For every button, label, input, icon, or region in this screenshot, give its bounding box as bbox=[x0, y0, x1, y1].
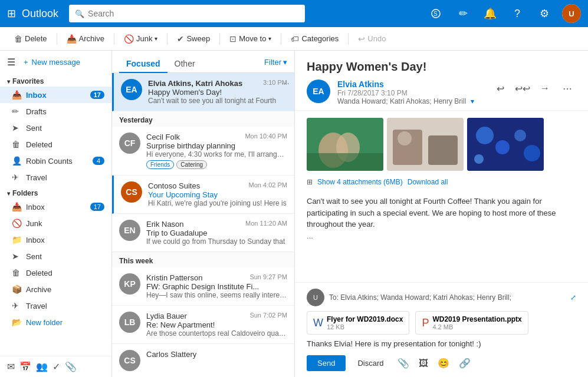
attach-icon-btn[interactable]: 📎 bbox=[395, 355, 412, 371]
junk-button[interactable]: 🚫 Junk ▾ bbox=[119, 32, 162, 46]
delete-button[interactable]: 🗑 Delete bbox=[9, 32, 52, 46]
settings-icon[interactable]: ⚙ bbox=[535, 4, 554, 23]
email-item-selected[interactable]: EA Elvia Atkins, Katri Ahokas 3:10 PM Ha… bbox=[112, 73, 294, 111]
filter-button[interactable]: Filter ▾ bbox=[264, 58, 287, 70]
carlos-sender: Carlos Slattery bbox=[146, 350, 196, 359]
download-all-button[interactable]: Download all bbox=[408, 178, 448, 186]
folder-icon: 📁 bbox=[12, 235, 21, 244]
other-tab[interactable]: Other bbox=[167, 55, 202, 73]
ppt-icon: P bbox=[422, 317, 429, 329]
new-message-button[interactable]: + New message bbox=[20, 55, 84, 69]
kristin-subject: FW: Graphic Design Institute Fi... bbox=[146, 282, 287, 291]
selected-email-subject: Happy Women's Day! bbox=[148, 88, 287, 97]
reply-expand-icon[interactable]: ⤢ bbox=[570, 293, 576, 302]
detail-sender-avatar: EA bbox=[307, 80, 330, 103]
erik-preview: If we could go from Thursday to Sunday t… bbox=[146, 237, 287, 246]
email-item-cecilfolk[interactable]: CF Cecil Folk Mon 10:40 PM Surprise birt… bbox=[112, 127, 294, 176]
sidebar-folder-inbox2[interactable]: 📁 Inbox bbox=[0, 232, 111, 248]
sidebar-folder-sent[interactable]: ➤ Sent bbox=[0, 248, 111, 264]
sidebar-item-deleted[interactable]: 🗑 Deleted bbox=[0, 136, 111, 153]
apps-icon[interactable]: ⊞ bbox=[7, 7, 16, 20]
contoso-subject: Your Upcoming Stay bbox=[148, 190, 287, 199]
email-list-tabs: Focused Other Filter ▾ bbox=[112, 51, 294, 73]
hamburger-icon[interactable]: ☰ bbox=[7, 57, 15, 68]
drafts-icon: ✏ bbox=[12, 107, 21, 116]
sidebar-item-inbox[interactable]: 📥 Inbox 17 bbox=[0, 87, 111, 103]
sweep-icon: ✔ bbox=[177, 34, 184, 44]
file-1[interactable]: W Flyer for WD2019.docx 12 KB bbox=[307, 311, 409, 335]
help-icon[interactable]: ? bbox=[508, 4, 527, 23]
svg-point-13 bbox=[514, 130, 526, 141]
detail-image-3 bbox=[467, 118, 544, 171]
sidebar-calendar-icon[interactable]: 📅 bbox=[19, 361, 31, 372]
folders-section-header[interactable]: ▾ Folders bbox=[0, 186, 111, 199]
cecilfolk-time: Mon 10:40 PM bbox=[245, 133, 287, 140]
svg-point-11 bbox=[476, 127, 494, 144]
search-bar[interactable]: 🔍 bbox=[69, 5, 305, 22]
detail-info: Elvia Atkins Fri 7/28/2017 3:10 PM Wanda… bbox=[337, 80, 484, 105]
more-actions-button[interactable]: ⋯ bbox=[559, 80, 576, 97]
user-avatar[interactable]: U bbox=[562, 4, 581, 23]
email-item-contoso[interactable]: CS Contoso Suites Mon 4:02 PM Your Upcom… bbox=[112, 176, 294, 214]
file-2[interactable]: P WD2019 Presentation.pptx 4.2 MB bbox=[415, 311, 528, 335]
bell-icon[interactable]: 🔔 bbox=[481, 4, 500, 23]
sidebar-folder-junk[interactable]: 🚫 Junk bbox=[0, 215, 111, 232]
sidebar-tasks-icon[interactable]: ✓ bbox=[52, 361, 60, 372]
reply-files: W Flyer for WD2019.docx 12 KB P WD2019 P… bbox=[307, 311, 576, 335]
detail-title: Happy Women's Day! bbox=[307, 60, 576, 74]
favorites-section-header[interactable]: ▾ Favorites bbox=[0, 74, 111, 87]
new-folder-icon: 📂 bbox=[12, 318, 21, 327]
skype-icon[interactable]: S bbox=[426, 4, 445, 23]
sidebar-folder-archive[interactable]: 📦 Archive bbox=[0, 281, 111, 297]
contoso-preview: Hi Katri, we're glad you're joining us! … bbox=[148, 199, 287, 207]
sidebar-folder-inbox[interactable]: 📥 Inbox 17 bbox=[0, 199, 111, 215]
expand-icon: ⊞ bbox=[307, 178, 313, 186]
file-1-size: 12 KB bbox=[327, 323, 403, 330]
emoji-icon-btn[interactable]: 😊 bbox=[435, 355, 452, 371]
plus-icon: + bbox=[24, 58, 28, 67]
reply-button[interactable]: ↩ bbox=[491, 80, 509, 97]
lydia-avatar: LB bbox=[119, 312, 140, 333]
reply-all-button[interactable]: ↩↩ bbox=[514, 80, 531, 97]
divider-4 bbox=[219, 33, 220, 45]
sidebar-item-travel[interactable]: ✈ Travel bbox=[0, 169, 111, 186]
sidebar-folder-deleted[interactable]: 🗑 Deleted bbox=[0, 264, 111, 281]
sweep-button[interactable]: ✔ Sweep bbox=[172, 32, 215, 46]
email-item-carlos[interactable]: CS Carlos Slattery bbox=[112, 344, 294, 377]
sidebar-mail-icon[interactable]: ✉ bbox=[7, 361, 15, 372]
pen-icon[interactable]: ✏ bbox=[454, 4, 472, 23]
focused-tab[interactable]: Focused bbox=[119, 55, 167, 73]
file-1-info: Flyer for WD2019.docx 12 KB bbox=[327, 315, 403, 330]
email-item-lydia[interactable]: LB Lydia Bauer Sun 7:02 PM Re: New Apart… bbox=[112, 306, 294, 344]
main-layout: ☰ + New message ▾ Favorites 📥 Inbox 17 ✏… bbox=[0, 51, 588, 377]
sidebar-attach-icon[interactable]: 📎 bbox=[65, 361, 77, 372]
sidebar-folder-travel[interactable]: ✈ Travel bbox=[0, 297, 111, 314]
move-to-button[interactable]: ⊡ Move to ▾ bbox=[225, 32, 276, 46]
show-attachments-button[interactable]: Show 4 attachments (6MB) bbox=[317, 178, 403, 186]
sidebar-item-robin[interactable]: 👤 Robin Counts 4 bbox=[0, 153, 111, 169]
email-more-icon[interactable]: ⋯ bbox=[281, 79, 290, 88]
archive-button[interactable]: 📥 Archive bbox=[62, 32, 109, 46]
search-input[interactable] bbox=[88, 9, 299, 18]
sidebar-people-icon[interactable]: 👥 bbox=[36, 361, 48, 372]
forward-button[interactable]: → bbox=[536, 80, 554, 97]
detail-actions: ↩ ↩↩ → ⋯ bbox=[491, 80, 576, 97]
insert-image-icon-btn[interactable]: 🖼 bbox=[416, 356, 431, 371]
this-week-header: This week bbox=[112, 252, 294, 267]
undo-button[interactable]: ↩ Undo bbox=[353, 32, 390, 46]
sidebar-item-drafts[interactable]: ✏ Drafts bbox=[0, 103, 111, 120]
discard-button[interactable]: Discard bbox=[350, 355, 390, 371]
sidebar-new-folder[interactable]: 📂 New folder bbox=[0, 314, 111, 330]
reply-avatar: U bbox=[307, 289, 324, 306]
sidebar-item-sent[interactable]: ➤ Sent bbox=[0, 120, 111, 136]
email-item-kristin[interactable]: KP Kristin Patterson Sun 9:27 PM FW: Gra… bbox=[112, 267, 294, 306]
categories-button[interactable]: 🏷 Categories bbox=[286, 32, 343, 46]
send-button[interactable]: Send bbox=[307, 355, 346, 371]
expand-to-icon[interactable]: ▾ bbox=[471, 97, 474, 105]
email-item-erik[interactable]: EN Erik Nason Mon 11:20 AM Trip to Guada… bbox=[112, 214, 294, 252]
link-icon-btn[interactable]: 🔗 bbox=[456, 355, 473, 371]
lydia-subject: Re: New Apartment! bbox=[146, 320, 287, 329]
svg-point-14 bbox=[524, 145, 540, 161]
body-line-2: participating in such a special event. W… bbox=[307, 207, 576, 219]
divider-2 bbox=[114, 33, 114, 45]
